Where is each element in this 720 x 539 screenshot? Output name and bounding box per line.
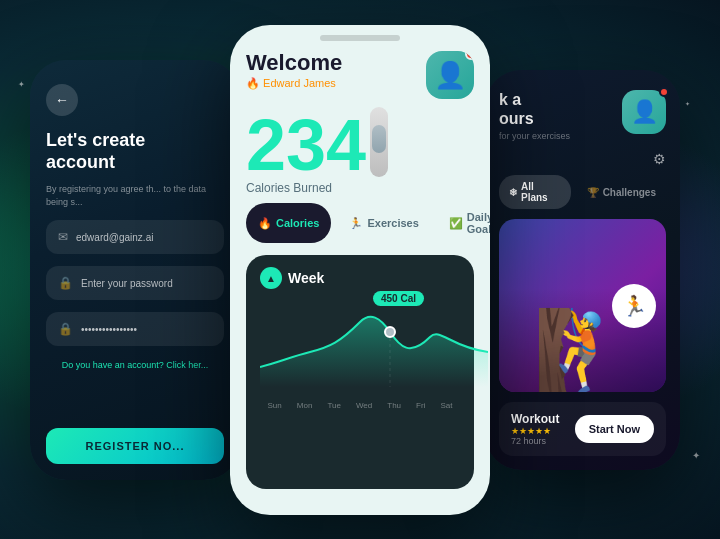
calorie-chart [260, 297, 488, 387]
week-title: Week [288, 270, 324, 286]
back-icon: ← [55, 92, 69, 108]
click-here-link[interactable]: Click her... [166, 360, 208, 370]
plans-snowflake-icon: ❄ [509, 187, 517, 198]
calories-tab-icon: 🔥 [258, 217, 272, 230]
phone-center: Welcome Edward James 👤 234 Calories Burn… [230, 25, 490, 515]
avatar-icon: 👤 [434, 60, 466, 91]
all-plans-label: All Plans [521, 181, 561, 203]
challenges-icon: 🏆 [587, 187, 599, 198]
athlete-image-area: 🧗 🏃 [499, 219, 666, 392]
user-avatar-right[interactable]: 👤 [622, 90, 666, 134]
start-now-button[interactable]: Start Now [575, 415, 654, 443]
exercises-tab-label: Exercises [367, 217, 418, 229]
day-fri: Fri [416, 401, 425, 410]
phone-right: k a ours for your exercises 👤 ⚙ ❄ All Pl… [485, 70, 680, 470]
week-nav-arrow[interactable]: ▲ [260, 267, 282, 289]
chart-area [260, 297, 460, 397]
workout-time: 72 hours [511, 436, 559, 446]
confirm-password-field[interactable]: 🔒 •••••••••••••••• [46, 312, 224, 346]
notification-dot [465, 51, 474, 60]
workout-label: Workout [511, 412, 559, 426]
lock-icon: 🔒 [58, 276, 73, 290]
tabs-row: 🔥 Calories 🏃 Exercises ✅ Daily Goals [246, 203, 474, 243]
calories-value: 234 [246, 109, 366, 181]
day-mon: Mon [297, 401, 313, 410]
workout-stars: ★★★★★ [511, 426, 559, 436]
challenges-label: Challenges [603, 187, 656, 198]
email-value: edward@gainz.ai [76, 232, 153, 243]
all-plans-button[interactable]: ❄ All Plans [499, 175, 571, 209]
star-decoration: ✦ [692, 450, 700, 461]
calories-tab-label: Calories [276, 217, 319, 229]
lock2-icon: 🔒 [58, 322, 73, 336]
goals-tab-icon: ✅ [449, 217, 463, 230]
star-decoration: ✦ [18, 80, 25, 89]
tab-calories[interactable]: 🔥 Calories [246, 203, 331, 243]
day-wed: Wed [356, 401, 372, 410]
tab-daily-goals[interactable]: ✅ Daily Goals [437, 203, 490, 243]
calories-display: 234 [246, 107, 474, 181]
day-tue: Tue [327, 401, 341, 410]
password-value: Enter your password [81, 278, 173, 289]
notification-dot-right [659, 87, 669, 97]
track-subtitle: for your exercises [499, 131, 570, 141]
day-sun: Sun [268, 401, 282, 410]
workout-footer: Workout ★★★★★ 72 hours Start Now [499, 402, 666, 456]
password-field[interactable]: 🔒 Enter your password [46, 266, 224, 300]
confirm-value: •••••••••••••••• [81, 324, 137, 335]
calories-slider[interactable] [370, 107, 388, 177]
avatar-right-icon: 👤 [631, 99, 658, 125]
week-section: ▲ Week 450 Cal [246, 255, 474, 489]
tab-exercises[interactable]: 🏃 Exercises [337, 203, 430, 243]
phone-left: ← Let's create account By registering yo… [30, 60, 240, 480]
athlete-silhouette: 🧗 [533, 312, 633, 392]
day-thu: Thu [387, 401, 401, 410]
challenges-button[interactable]: 🏆 Challenges [577, 175, 666, 209]
plans-row: ❄ All Plans 🏆 Challenges [499, 175, 666, 209]
run-badge[interactable]: 🏃 [612, 284, 656, 328]
register-title: Let's create account [46, 130, 224, 173]
email-icon: ✉ [58, 230, 68, 244]
calories-label: Calories Burned [246, 181, 474, 195]
chart-days: Sun Mon Tue Wed Thu Fri Sat [260, 401, 460, 410]
filter-icon[interactable]: ⚙ [653, 151, 666, 167]
have-account-text: Do you have an account? Click her... [46, 360, 224, 370]
goals-tab-label: Daily Goals [467, 211, 490, 235]
slider-thumb [372, 125, 386, 153]
run-icon: 🏃 [622, 294, 647, 318]
user-name: Edward James [246, 77, 342, 90]
email-field[interactable]: ✉ edward@gainz.ai [46, 220, 224, 254]
track-title: k a ours [499, 90, 570, 128]
register-subtitle: By registering you agree th... to the da… [46, 183, 224, 208]
back-button[interactable]: ← [46, 84, 78, 116]
register-button[interactable]: REGISTER NO... [46, 428, 224, 464]
star-decoration: ✦ [685, 100, 690, 107]
day-sat: Sat [440, 401, 452, 410]
exercises-tab-icon: 🏃 [349, 217, 363, 230]
welcome-title: Welcome [246, 51, 342, 75]
user-avatar[interactable]: 👤 [426, 51, 474, 99]
